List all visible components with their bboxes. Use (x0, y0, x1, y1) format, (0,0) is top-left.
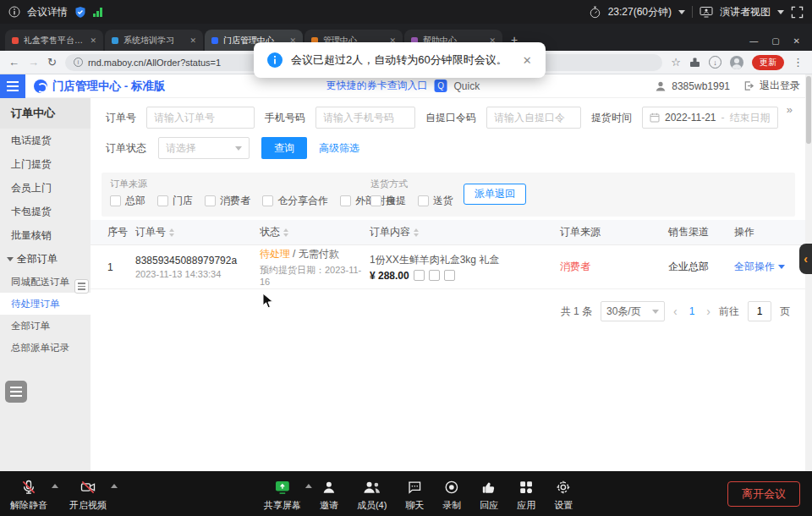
chat-button[interactable]: 聊天 (405, 478, 424, 512)
browser-tab[interactable]: 礼盒零售平台管理中心 ✕ (5, 30, 103, 51)
quick-label[interactable]: Quick (454, 80, 480, 92)
fullscreen-icon[interactable] (791, 6, 804, 19)
pickup-code-input[interactable] (486, 107, 581, 129)
toast-close-icon[interactable]: ✕ (523, 54, 532, 67)
phone-input[interactable] (315, 107, 415, 129)
row-actions-dropdown[interactable]: 全部操作 (734, 260, 805, 274)
select-caret-icon (652, 310, 659, 314)
sort-icon[interactable] (283, 228, 288, 237)
sidebar-item-card-pickup[interactable]: 卡包提货 (0, 200, 91, 223)
logout-button[interactable]: 退出登录 (760, 79, 800, 93)
checkbox-hq[interactable]: 总部 (110, 194, 145, 208)
browser-profile-avatar[interactable] (730, 56, 743, 69)
mic-options-caret-icon[interactable] (52, 484, 58, 488)
browser-tab[interactable]: 系统培训学习 ✕ (105, 30, 203, 51)
camera-off-icon (79, 478, 97, 497)
pickup-code-label: 自提口令码 (425, 111, 476, 125)
checkbox-label: 门店 (173, 194, 193, 208)
order-no-input[interactable] (146, 107, 255, 129)
delivery-method-label: 送货方式 (370, 178, 408, 190)
view-mode-caret-icon[interactable] (777, 10, 784, 14)
view-mode-label[interactable]: 演讲者视图 (720, 5, 771, 19)
coupon-query-link[interactable]: 更快捷的券卡查询入口 (326, 79, 428, 93)
forward-icon[interactable]: → (28, 56, 39, 69)
back-icon[interactable]: ← (8, 56, 19, 69)
invite-button[interactable]: 邀请 (320, 478, 338, 512)
reload-icon[interactable]: ↻ (47, 56, 57, 69)
pagination-prev-icon[interactable]: ‹ (673, 305, 678, 318)
settings-button[interactable]: 设置 (554, 478, 573, 512)
leave-meeting-button[interactable]: 离开会议 (727, 481, 800, 507)
unmute-button[interactable]: 解除静音 (10, 478, 47, 512)
cell-status: 待处理/ 无需付款 预约提货日期：2023-11-16 (260, 247, 370, 287)
floating-toolbar-toggle[interactable] (5, 381, 27, 403)
share-screen-button[interactable]: 共享屏幕 (264, 478, 301, 512)
sort-icon[interactable] (169, 228, 174, 237)
page-size-select[interactable]: 30条/页 (601, 301, 665, 321)
hamburger-menu-button[interactable] (0, 74, 25, 98)
list-panel-icon[interactable] (74, 279, 89, 294)
share-options-caret-icon[interactable] (305, 484, 312, 488)
col-status[interactable]: 状态 (260, 225, 370, 239)
sidebar-item-member-visit[interactable]: 会员上门 (0, 176, 91, 200)
timer-caret-icon[interactable] (678, 10, 685, 14)
sidebar-subitem-pending-orders[interactable]: 待处理订单 (0, 293, 91, 315)
checkbox-delivery[interactable]: 送货 (418, 194, 453, 208)
dispatch-return-button[interactable]: 派单退回 (464, 184, 526, 205)
table-row: 1 83859345088979792a 2023-11-13 14:33:34… (91, 245, 805, 289)
sort-icon[interactable] (414, 228, 419, 237)
sidebar-item-phone-pickup[interactable]: 电话提货 (0, 129, 91, 152)
date-range-picker[interactable]: 2022-11-21 - 结束日期 (642, 107, 778, 129)
checkbox-store[interactable]: 门店 (157, 194, 193, 208)
tab-close-icon[interactable]: ✕ (189, 36, 196, 45)
topbar-right: 23:27(60分钟) 演讲者视图 (589, 5, 804, 19)
meeting-timer[interactable]: 23:27(60分钟) (608, 5, 672, 19)
username[interactable]: 8385wb1991 (672, 80, 730, 92)
goto-page-input[interactable] (748, 301, 771, 321)
sidebar-subitem-all-orders[interactable]: 全部订单 (0, 315, 91, 337)
reactions-button[interactable]: 回应 (480, 478, 498, 512)
col-content[interactable]: 订单内容 (370, 225, 560, 239)
window-minimize-icon[interactable]: — (749, 36, 758, 46)
apps-button[interactable]: 应用 (517, 478, 535, 512)
scrollbar-thumb[interactable] (806, 76, 811, 144)
bookmark-star-icon[interactable]: ☆ (671, 56, 681, 69)
meeting-details-button[interactable]: 会议详情 (27, 5, 68, 19)
site-info-icon[interactable]: i (74, 58, 83, 67)
download-icon[interactable]: ↓ (709, 56, 721, 69)
shield-icon[interactable] (74, 6, 86, 19)
col-order-no[interactable]: 订单号 (135, 225, 260, 239)
members-button[interactable]: 成员(4) (357, 478, 387, 512)
meeting-panel-handle[interactable]: ‹ (799, 244, 812, 274)
sidebar-subitem-hq-dispatch[interactable]: 总部派单记录 (0, 337, 91, 359)
quick-badge-icon[interactable]: Q (435, 80, 447, 92)
window-close-icon[interactable]: ✕ (793, 36, 800, 46)
tab-close-icon[interactable]: ✕ (90, 36, 96, 45)
start-video-button[interactable]: 开启视频 (69, 478, 107, 512)
page-number[interactable]: 1 (686, 305, 699, 317)
quick-entry: 更快捷的券卡查询入口 Q Quick (326, 79, 480, 93)
order-status-select[interactable]: 请选择 (158, 137, 250, 159)
col-label: 状态 (260, 225, 280, 239)
network-signal-icon[interactable] (93, 8, 102, 17)
sidebar-group-all-orders[interactable]: 全部订单 (0, 247, 91, 271)
app-title: 门店管理中心 - 标准版 (52, 79, 166, 94)
meeting-toolbar: 解除静音 开启视频 共享屏幕 (0, 471, 812, 516)
meeting-toast: 会议已超过2人，自动转为60分钟限时会议。 ✕ (254, 42, 546, 78)
extensions-puzzle-icon[interactable] (689, 57, 700, 68)
pagination-next-icon[interactable]: › (706, 305, 710, 318)
checkbox-self-pickup[interactable]: 自提 (370, 194, 406, 208)
collapse-panel-icon[interactable]: » (787, 103, 792, 116)
record-button[interactable]: 录制 (442, 478, 461, 512)
sidebar-item-door-pickup[interactable]: 上门提货 (0, 152, 91, 176)
checkbox-label: 送货 (433, 194, 453, 208)
advanced-filter-link[interactable]: 高级筛选 (319, 141, 359, 156)
browser-update-button[interactable]: 更新 (752, 55, 784, 70)
sidebar-item-batch-verify[interactable]: 批量核销 (0, 223, 91, 247)
video-options-caret-icon[interactable] (111, 484, 118, 488)
browser-menu-icon[interactable]: ⋮ (793, 56, 804, 69)
checkbox-share-coop[interactable]: 仓分享合作 (262, 194, 328, 208)
search-button[interactable]: 查询 (261, 137, 307, 159)
window-maximize-icon[interactable]: ▢ (771, 36, 779, 46)
checkbox-consumer[interactable]: 消费者 (205, 194, 250, 208)
